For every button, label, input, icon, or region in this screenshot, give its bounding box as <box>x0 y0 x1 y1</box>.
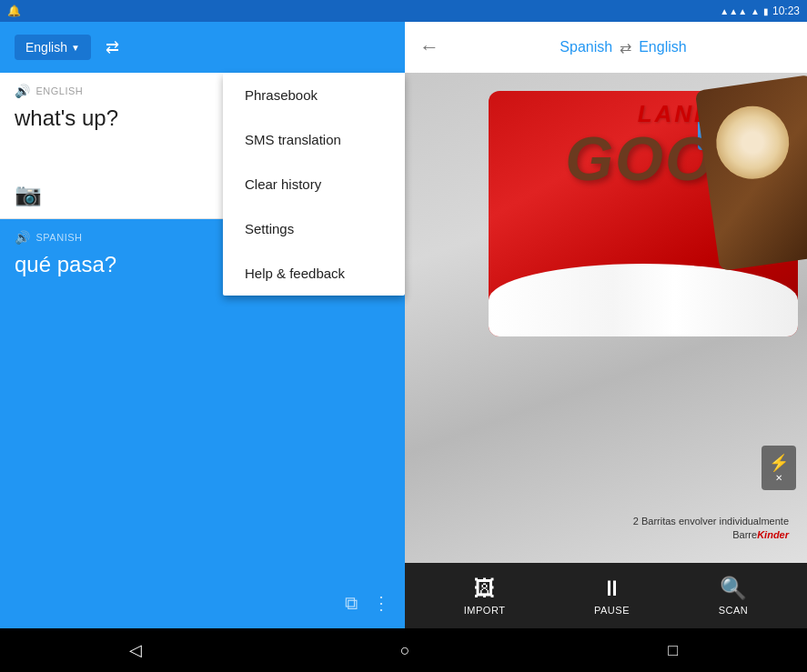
pause-icon: ⏸ <box>601 576 623 601</box>
scan-label: SCAN <box>719 605 749 616</box>
translate-header: English ▼ ⇄ <box>0 22 405 73</box>
camera-lang-selector: Spanish ⇄ English <box>454 39 792 56</box>
menu-item-sms[interactable]: SMS translation <box>223 117 405 162</box>
navigation-bar: ◁ ○ □ <box>0 628 807 672</box>
camera-image: COM AVELANSLEITE E AVELAS LANDER GOOD 2 … <box>405 73 807 563</box>
flash-off-icon: ⚡ <box>769 454 789 472</box>
dropdown-menu: Phrasebook SMS translation Clear history… <box>223 73 405 296</box>
notification-icon: 🔔 <box>7 5 21 17</box>
recent-nav-button[interactable]: □ <box>661 634 685 667</box>
bottom-text: 2 Barritas envolver individualmente <box>633 516 789 527</box>
chocolate-filling <box>711 102 793 184</box>
trans-speaker-icon[interactable]: 🔊 <box>15 230 31 245</box>
scan-button[interactable]: 🔍 SCAN <box>719 576 749 616</box>
dropdown-arrow-icon: ▼ <box>71 43 80 53</box>
copy-button[interactable]: ⧉ <box>341 589 361 617</box>
menu-item-clear-history[interactable]: Clear history <box>223 162 405 206</box>
source-language-selector[interactable]: English ▼ <box>15 35 91 60</box>
camera-bottom-bar: 🖼 IMPORT ⏸ PAUSE 🔍 SCAN <box>405 563 807 628</box>
back-nav-button[interactable]: ◁ <box>122 633 149 667</box>
camera-button[interactable]: 📷 <box>15 182 42 207</box>
source-lang-label: English <box>25 40 67 55</box>
camera-panel: ← Spanish ⇄ English COM AVELANSLEITE E A… <box>405 22 807 628</box>
camera-viewfinder: COM AVELANSLEITE E AVELAS LANDER GOOD 2 … <box>405 73 807 563</box>
swap-languages-button[interactable]: ⇄ <box>106 37 119 57</box>
translate-panel: English ▼ ⇄ 🔊 ENGLISH what's up? 📷 🔊 SPA… <box>0 22 405 628</box>
translation-actions: ⧉ ⋮ <box>341 588 394 617</box>
status-right: ▲▲▲ ▲ ▮ 10:23 <box>720 5 800 17</box>
camera-source-lang[interactable]: Spanish <box>560 39 612 55</box>
main-container: English ▼ ⇄ 🔊 ENGLISH what's up? 📷 🔊 SPA… <box>0 22 807 628</box>
back-button[interactable]: ← <box>419 35 439 59</box>
signal-icon: ▲▲▲ <box>720 6 747 16</box>
camera-swap-icon: ⇄ <box>620 39 631 56</box>
wrapper-swirl <box>489 264 798 336</box>
wifi-icon: ▲ <box>751 6 760 16</box>
status-time: 10:23 <box>772 5 800 17</box>
menu-item-settings[interactable]: Settings <box>223 206 405 251</box>
flash-x-icon: ✕ <box>769 473 789 483</box>
status-left: 🔔 <box>7 5 21 17</box>
home-nav-button[interactable]: ○ <box>393 634 418 667</box>
import-label: IMPORT <box>464 605 506 616</box>
battery-icon: ▮ <box>763 6 769 16</box>
menu-item-phrasebook[interactable]: Phrasebook <box>223 73 405 117</box>
source-speaker-icon[interactable]: 🔊 <box>15 84 31 98</box>
brand-text: BarreKinder <box>732 529 789 540</box>
flash-toggle-button[interactable]: ⚡ ✕ <box>762 446 796 490</box>
scan-icon: 🔍 <box>720 576 747 601</box>
status-bar: 🔔 ▲▲▲ ▲ ▮ 10:23 <box>0 0 807 22</box>
source-lang-text: ENGLISH <box>36 85 84 96</box>
import-icon: 🖼 <box>474 576 496 601</box>
camera-header: ← Spanish ⇄ English <box>405 22 807 73</box>
import-button[interactable]: 🖼 IMPORT <box>464 576 506 616</box>
trans-lang-text: SPANISH <box>36 232 83 243</box>
camera-target-lang[interactable]: English <box>639 39 686 55</box>
more-options-button[interactable]: ⋮ <box>368 588 394 617</box>
pause-label: PAUSE <box>594 605 630 616</box>
menu-item-help[interactable]: Help & feedback <box>223 251 405 296</box>
pause-button[interactable]: ⏸ PAUSE <box>594 576 630 616</box>
